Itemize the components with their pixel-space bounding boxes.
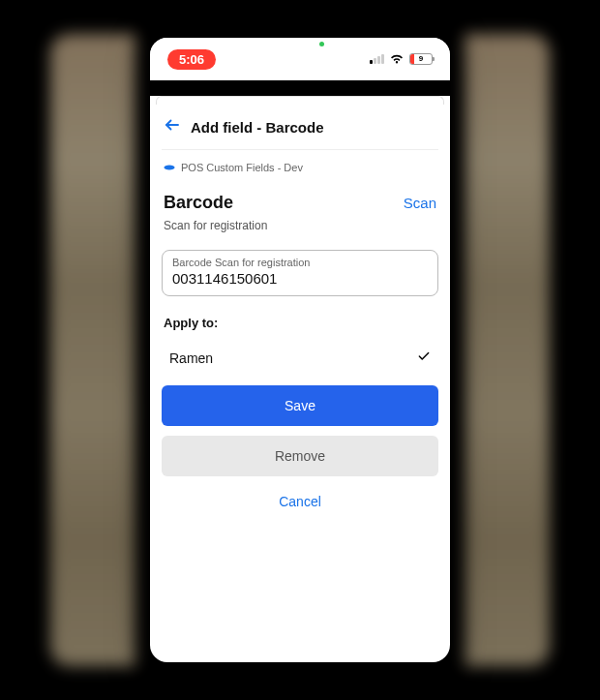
scan-button[interactable]: Scan (404, 195, 436, 211)
wifi-icon (389, 53, 405, 65)
recording-indicator-icon (319, 42, 324, 46)
browser-chrome-strip (150, 80, 450, 96)
remove-button[interactable]: Remove (162, 436, 438, 476)
cancel-button[interactable]: Cancel (162, 486, 438, 517)
section-title: Barcode (164, 193, 233, 213)
barcode-input-wrapper[interactable]: Barcode Scan for registration (162, 250, 438, 296)
app-badge: POS Custom Fields - Dev (162, 150, 438, 189)
svg-point-1 (165, 166, 175, 170)
signal-icon (370, 54, 384, 64)
status-right: 9 (370, 53, 433, 65)
background-blur-left (50, 34, 135, 666)
background-blur-right (465, 34, 550, 666)
back-arrow-icon[interactable] (164, 116, 181, 137)
app-badge-icon (164, 162, 175, 173)
section-header: Barcode Scan (162, 189, 438, 219)
battery-icon: 9 (409, 53, 433, 65)
main-content: Add field - Barcode POS Custom Fields - … (150, 105, 450, 517)
barcode-input[interactable] (172, 270, 428, 287)
page-header: Add field - Barcode (162, 105, 438, 150)
app-badge-label: POS Custom Fields - Dev (181, 162, 303, 173)
barcode-input-label: Barcode Scan for registration (172, 257, 428, 268)
status-time: 5:06 (167, 49, 216, 70)
check-icon (417, 350, 431, 366)
page-title: Add field - Barcode (191, 119, 324, 136)
apply-to-label: Apply to: (162, 312, 438, 344)
apply-item-label: Ramen (169, 350, 213, 366)
section-subtitle: Scan for registration (162, 219, 438, 250)
status-bar: 5:06 9 (150, 38, 450, 80)
save-button[interactable]: Save (162, 385, 438, 426)
apply-item-ramen[interactable]: Ramen (162, 344, 438, 385)
phone-screen: 5:06 9 Add field - Barcode (150, 38, 450, 662)
